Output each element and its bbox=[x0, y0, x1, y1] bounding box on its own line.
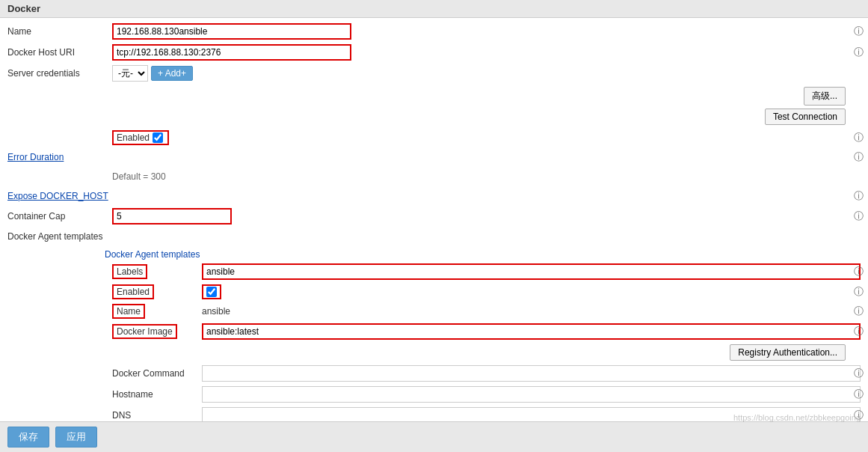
expose-docker-host-link[interactable]: Expose DOCKER_HOST bbox=[7, 191, 108, 201]
template-dns-label: DNS bbox=[112, 410, 202, 421]
template-hostname-field-area bbox=[202, 386, 861, 403]
template-labels-label: Labels bbox=[112, 264, 202, 279]
registry-auth-row: Registry Authentication... bbox=[105, 342, 868, 363]
enabled-checkbox[interactable] bbox=[153, 132, 163, 143]
template-enabled-label: Enabled bbox=[112, 284, 202, 299]
template-docker-image-field-area bbox=[202, 323, 861, 340]
template-docker-image-label: Docker Image bbox=[112, 324, 202, 339]
template-enabled-label-text: Enabled bbox=[112, 284, 154, 299]
name-label: Name bbox=[7, 26, 112, 37]
page-wrapper: Docker Name ⓘ Docker Host URI ⓘ Server c… bbox=[0, 0, 868, 452]
expose-docker-host-row: Expose DOCKER_HOST ⓘ bbox=[0, 186, 868, 206]
docker-agent-templates-label: Docker Agent templates bbox=[7, 231, 112, 242]
template-labels-label-text: Labels bbox=[112, 264, 147, 279]
template-hostname-info-icon: ⓘ bbox=[854, 388, 864, 401]
server-credentials-select[interactable]: -元- bbox=[112, 65, 148, 82]
docker-host-uri-row: Docker Host URI ⓘ bbox=[0, 42, 868, 63]
template-name-label-text: Name bbox=[112, 304, 145, 319]
enabled-info-icon: ⓘ bbox=[854, 131, 864, 144]
template-docker-image-input[interactable] bbox=[202, 323, 861, 340]
template-name-label: Name bbox=[112, 304, 202, 319]
expose-docker-host-label: Expose DOCKER_HOST bbox=[7, 191, 112, 201]
template-enabled-row: Enabled ⓘ bbox=[105, 282, 868, 302]
template-docker-image-row: Docker Image ⓘ bbox=[105, 321, 868, 342]
form-area: Name ⓘ Docker Host URI ⓘ Server credenti… bbox=[0, 18, 868, 452]
template-labels-field-area bbox=[202, 263, 861, 280]
template-name-field-area: ansible bbox=[202, 306, 861, 317]
docker-host-uri-label: Docker Host URI bbox=[7, 47, 112, 58]
error-duration-default-row: Default = 300 bbox=[0, 167, 868, 186]
enabled-row: Enabled ⓘ bbox=[0, 128, 868, 147]
name-field-area bbox=[112, 23, 861, 40]
add-button[interactable]: + Add+ bbox=[151, 66, 193, 81]
enabled-label-text: Enabled bbox=[117, 132, 150, 143]
error-duration-link[interactable]: Error Duration bbox=[7, 152, 64, 162]
template-docker-command-info-icon: ⓘ bbox=[854, 367, 864, 380]
registry-auth-button[interactable]: Registry Authentication... bbox=[730, 344, 846, 361]
test-connection-button[interactable]: Test Connection bbox=[765, 109, 846, 125]
error-duration-row: Error Duration ⓘ bbox=[0, 147, 868, 167]
template-hostname-input[interactable] bbox=[202, 386, 861, 403]
enabled-checkbox-container: Enabled bbox=[112, 130, 169, 145]
template-docker-command-row: Docker Command ⓘ bbox=[105, 363, 868, 384]
docker-host-uri-info-icon: ⓘ bbox=[854, 46, 864, 59]
bottom-bar: 保存 应用 bbox=[0, 421, 868, 452]
template-docker-command-label: Docker Command bbox=[112, 368, 202, 379]
enabled-field-area: Enabled bbox=[112, 130, 861, 145]
docker-host-uri-field-area bbox=[112, 44, 861, 61]
template-name-info-icon: ⓘ bbox=[854, 305, 864, 318]
server-credentials-field-area: -元- + Add+ bbox=[112, 65, 861, 82]
template-enabled-field-area bbox=[202, 284, 861, 299]
template-docker-command-field-area bbox=[202, 365, 861, 382]
template-docker-image-label-text: Docker Image bbox=[112, 324, 177, 339]
docker-host-uri-input[interactable] bbox=[112, 44, 351, 61]
template-labels-info-icon: ⓘ bbox=[854, 265, 864, 278]
error-duration-label: Error Duration bbox=[7, 152, 112, 162]
top-right-buttons: 高级... bbox=[0, 84, 868, 109]
template-hostname-row: Hostname ⓘ bbox=[105, 384, 868, 405]
container-cap-input[interactable] bbox=[112, 208, 232, 225]
expose-docker-host-info-icon: ⓘ bbox=[854, 189, 864, 203]
template-name-row: Name ansible ⓘ bbox=[105, 302, 868, 321]
save-button[interactable]: 保存 bbox=[7, 427, 49, 448]
template-hostname-label: Hostname bbox=[112, 389, 202, 400]
template-enabled-info-icon: ⓘ bbox=[854, 285, 864, 299]
test-connection-row: Test Connection bbox=[0, 109, 868, 128]
container-cap-info-icon: ⓘ bbox=[854, 210, 864, 223]
template-labels-row: Labels ⓘ bbox=[105, 261, 868, 282]
watermark: https://blog.csdn.net/zbbkeepgoing bbox=[733, 413, 861, 422]
docker-agent-sub-title[interactable]: Docker Agent templates bbox=[105, 248, 868, 261]
name-input[interactable] bbox=[112, 23, 351, 40]
error-duration-info-icon: ⓘ bbox=[854, 150, 864, 164]
template-docker-image-info-icon: ⓘ bbox=[854, 325, 864, 338]
template-enabled-checkbox-container bbox=[202, 284, 221, 299]
advanced-button[interactable]: 高级... bbox=[804, 87, 846, 106]
section-title: Docker bbox=[0, 0, 868, 18]
server-credentials-row: Server credentials -元- + Add+ bbox=[0, 63, 868, 84]
name-info-icon: ⓘ bbox=[854, 25, 864, 38]
template-docker-command-input[interactable] bbox=[202, 365, 861, 382]
error-duration-default-text: Default = 300 bbox=[112, 171, 166, 182]
apply-button[interactable]: 应用 bbox=[55, 427, 97, 448]
template-enabled-checkbox[interactable] bbox=[206, 287, 217, 297]
container-cap-field-area bbox=[112, 208, 861, 225]
template-labels-input[interactable] bbox=[202, 263, 861, 280]
server-credentials-label: Server credentials bbox=[7, 68, 112, 79]
template-name-value: ansible bbox=[202, 306, 230, 317]
container-cap-row: Container Cap ⓘ bbox=[0, 206, 868, 227]
name-row: Name ⓘ bbox=[0, 21, 868, 42]
docker-agent-templates-row: Docker Agent templates bbox=[0, 227, 868, 246]
container-cap-label: Container Cap bbox=[7, 211, 112, 222]
